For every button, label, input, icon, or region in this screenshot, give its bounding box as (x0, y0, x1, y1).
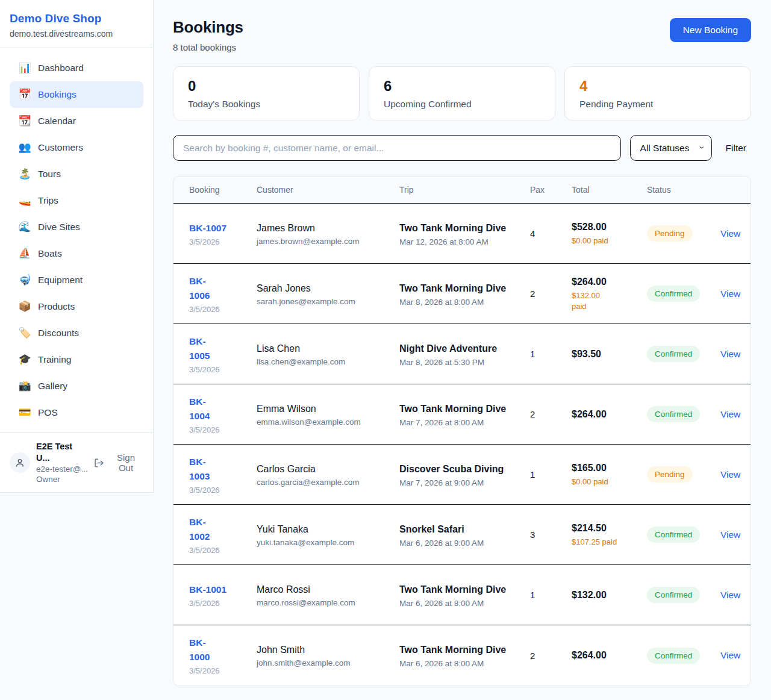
status-badge: Pending (647, 225, 693, 242)
trip-datetime: Mar 6, 2026 at 8:00 AM (399, 599, 508, 608)
sidebar-item-customers[interactable]: 👥 Customers (10, 134, 143, 161)
booking-id-link[interactable]: BK-1007 (189, 221, 226, 236)
pax-count: 1 (514, 580, 556, 610)
package-icon: 📦 (18, 299, 31, 314)
sidebar-item-boats[interactable]: ⛵ Boats (10, 240, 143, 267)
customer-name: John Smith (257, 643, 378, 656)
trip-datetime: Mar 8, 2026 at 8:00 AM (399, 298, 508, 307)
sidebar-item-products[interactable]: 📦 Products (10, 293, 143, 320)
pax-count: 1 (514, 339, 556, 369)
stat-label: Upcoming Confirmed (384, 98, 540, 110)
status-filter-select[interactable]: All Statuses (630, 135, 712, 161)
view-link[interactable]: View (720, 469, 740, 480)
trip-name: Two Tank Morning Dive (399, 643, 508, 657)
table-row: BK-1001 3/5/2026 Marco Rossi marco.rossi… (173, 565, 751, 625)
total-amount: $264.00 (572, 276, 625, 288)
trip-name: Two Tank Morning Dive (399, 281, 508, 296)
credit-card-icon: 💳 (18, 405, 31, 420)
sidebar-nav: 📊 Dashboard 📅 Bookings 📆 Calendar 👥 Cust… (0, 48, 153, 433)
shop-domain: demo.test.divestreams.com (10, 29, 143, 39)
paid-amount: $107.25 paid (572, 537, 617, 548)
view-link[interactable]: View (720, 228, 740, 239)
table-header-row: BookingCustomerTripPaxTotalStatus (173, 177, 751, 204)
sidebar: Demo Dive Shop demo.test.divestreams.com… (0, 0, 154, 493)
stat-value: 6 (384, 77, 540, 95)
filter-button[interactable]: Filter (721, 143, 751, 154)
user-name: E2E Test U... (36, 441, 88, 464)
new-booking-button[interactable]: New Booking (670, 18, 751, 42)
sidebar-item-tours[interactable]: 🏝️ Tours (10, 161, 143, 187)
pax-count: 2 (514, 641, 556, 670)
sidebar-item-discounts[interactable]: 🏷️ Discounts (10, 320, 143, 346)
booking-id-link[interactable]: BK-1003 (189, 455, 214, 484)
stat-value: 0 (188, 77, 345, 95)
user-info: E2E Test U... e2e-tester@... Owner (36, 441, 88, 484)
customer-name: Lisa Chen (257, 342, 378, 355)
search-input[interactable] (173, 135, 621, 161)
page-title: Bookings (173, 18, 243, 37)
sidebar-item-pos[interactable]: 💳 POS (10, 399, 143, 426)
calendar-icon: 📅 (18, 87, 31, 102)
people-icon: 👥 (18, 140, 31, 155)
total-amount: $165.00 (572, 462, 625, 474)
sign-out-label: Sign Out (108, 452, 143, 473)
trip-name: Snorkel Safari (399, 522, 508, 537)
table-row: BK-1002 3/5/2026 Yuki Tanaka yuki.tanaka… (173, 505, 751, 565)
total-amount: $214.50 (572, 522, 625, 534)
booking-id-link[interactable]: BK-1006 (189, 274, 214, 303)
trip-name: Two Tank Morning Dive (399, 583, 508, 597)
customer-name: Sarah Jones (257, 282, 378, 295)
view-link[interactable]: View (720, 349, 740, 359)
customer-email: emma.wilson@example.com (257, 417, 378, 427)
status-badge: Confirmed (647, 587, 700, 603)
booking-id-link[interactable]: BK-1004 (189, 395, 214, 423)
customer-name: James Brown (257, 222, 378, 234)
sidebar-item-calendar[interactable]: 📆 Calendar (10, 108, 143, 134)
view-link[interactable]: View (720, 289, 740, 299)
stat-value: 4 (579, 77, 736, 95)
sidebar-item-bookings[interactable]: 📅 Bookings (10, 81, 143, 108)
view-link[interactable]: View (720, 409, 740, 419)
page-header: Bookings 8 total bookings New Booking (173, 18, 751, 52)
table-row: BK-1006 3/5/2026 Sarah Jones sarah.jones… (173, 264, 751, 324)
sidebar-item-dashboard[interactable]: 📊 Dashboard (10, 55, 143, 81)
sidebar-item-trips[interactable]: 🚤 Trips (10, 187, 143, 214)
total-amount: $132.00 (572, 589, 625, 601)
stat-label: Pending Payment (579, 98, 736, 110)
trip-name: Night Dive Adventure (399, 342, 508, 356)
sign-out-button[interactable]: Sign Out (94, 452, 143, 473)
sidebar-item-dive-sites[interactable]: 🌊 Dive Sites (10, 214, 143, 240)
booking-id-link[interactable]: BK-1005 (189, 334, 214, 363)
sidebar-item-training[interactable]: 🎓 Training (10, 346, 143, 373)
customer-email: sarah.jones@example.com (257, 297, 378, 306)
sidebar-item-gallery[interactable]: 📸 Gallery (10, 373, 143, 399)
view-link[interactable]: View (720, 590, 740, 600)
booking-id-link[interactable]: BK-1000 (189, 636, 214, 664)
booking-id-link[interactable]: BK-1001 (189, 583, 226, 597)
island-icon: 🏝️ (18, 167, 31, 181)
bar-chart-icon: 📊 (18, 61, 31, 75)
column-header-booking: Booking (173, 177, 241, 203)
customer-name: Emma Wilson (257, 402, 378, 415)
booking-date: 3/5/2026 (189, 425, 235, 434)
app-root: Demo Dive Shop demo.test.divestreams.com… (0, 0, 771, 700)
status-filter: All Statuses › (630, 135, 712, 161)
status-badge: Confirmed (647, 527, 700, 543)
table-row: BK-1004 3/5/2026 Emma Wilson emma.wilson… (173, 384, 751, 445)
pax-count: 2 (514, 399, 556, 429)
paid-amount: $132.00 paid (572, 290, 605, 312)
paid-amount: $0.00 paid (572, 477, 608, 487)
total-amount: $528.00 (572, 221, 625, 233)
status-badge: Confirmed (647, 346, 700, 362)
view-link[interactable]: View (720, 530, 740, 540)
pax-count: 4 (514, 219, 556, 248)
graduation-cap-icon: 🎓 (18, 352, 31, 367)
view-link[interactable]: View (720, 650, 740, 660)
column-header-pax: Pax (514, 177, 556, 203)
booking-id-link[interactable]: BK-1002 (189, 515, 214, 544)
logout-icon (94, 458, 104, 468)
total-amount: $264.00 (572, 649, 625, 661)
table-row: BK-1005 3/5/2026 Lisa Chen lisa.chen@exa… (173, 324, 751, 384)
booking-date: 3/5/2026 (189, 486, 235, 495)
sidebar-item-equipment[interactable]: 🤿 Equipment (10, 267, 143, 293)
